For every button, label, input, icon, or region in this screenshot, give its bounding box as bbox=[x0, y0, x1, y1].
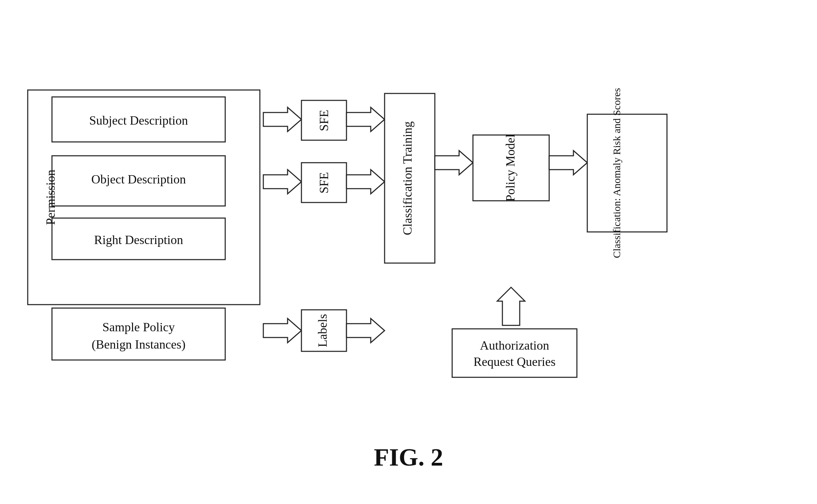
svg-text:Authorization: Authorization bbox=[480, 339, 549, 352]
svg-rect-3 bbox=[52, 156, 225, 206]
svg-marker-34 bbox=[497, 287, 525, 325]
svg-marker-11 bbox=[346, 107, 385, 132]
diagram: Subject Description Object Description R… bbox=[0, 21, 817, 436]
svg-marker-15 bbox=[346, 170, 385, 194]
svg-text:Classification Training: Classification Training bbox=[401, 121, 414, 235]
svg-text:Sample Policy: Sample Policy bbox=[103, 320, 175, 334]
svg-text:Right Description: Right Description bbox=[94, 233, 183, 247]
svg-text:SFE: SFE bbox=[317, 110, 331, 131]
svg-text:Labels: Labels bbox=[316, 314, 330, 347]
svg-marker-12 bbox=[263, 170, 301, 194]
svg-rect-9 bbox=[301, 100, 346, 140]
svg-marker-18 bbox=[435, 151, 473, 175]
svg-marker-21 bbox=[549, 151, 587, 175]
svg-rect-5 bbox=[52, 218, 225, 260]
svg-rect-1 bbox=[52, 97, 225, 142]
svg-text:Classification: Anomaly Risk a: Classification: Anomaly Risk and Scores bbox=[611, 88, 622, 258]
svg-rect-19 bbox=[473, 135, 549, 201]
svg-marker-8 bbox=[263, 107, 301, 132]
svg-text:Object Description: Object Description bbox=[91, 172, 186, 186]
svg-text:SFE: SFE bbox=[317, 172, 331, 194]
svg-rect-28 bbox=[301, 310, 346, 351]
figure-label: FIG. 2 bbox=[374, 443, 443, 472]
svg-rect-0 bbox=[28, 90, 260, 305]
svg-rect-22 bbox=[587, 114, 667, 232]
svg-text:Request Queries: Request Queries bbox=[474, 355, 556, 369]
svg-rect-24 bbox=[52, 308, 225, 360]
svg-rect-16 bbox=[385, 93, 435, 263]
svg-marker-30 bbox=[346, 318, 385, 343]
svg-text:Subject Description: Subject Description bbox=[89, 114, 188, 127]
svg-text:Permission: Permission bbox=[44, 170, 58, 225]
svg-text:(Benign Instances): (Benign Instances) bbox=[92, 338, 186, 351]
svg-text:Policy Model: Policy Model bbox=[503, 134, 517, 202]
svg-marker-27 bbox=[263, 318, 301, 343]
svg-rect-31 bbox=[452, 329, 577, 377]
svg-rect-13 bbox=[301, 163, 346, 202]
